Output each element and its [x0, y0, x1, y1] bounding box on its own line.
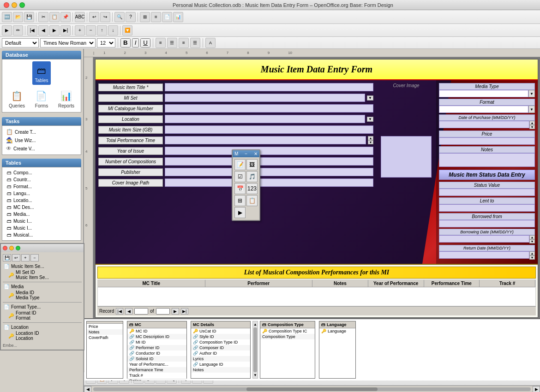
nav-last-btn[interactable]: ▶| [181, 308, 188, 315]
sw-item-media-id[interactable]: 🔑 Media IDMedia Type [3, 290, 82, 301]
float-panel-close-icon[interactable]: ✕ [254, 151, 258, 156]
form-icon[interactable]: 📄 [162, 12, 172, 22]
scroll-right-btn[interactable]: ▶ [533, 386, 540, 392]
sw-item-location-id[interactable]: 🔑 Location IDLocation [3, 330, 82, 341]
borrowing-date-spinner[interactable]: ▲ ▼ [529, 235, 535, 244]
year-issue-input[interactable] [165, 147, 373, 155]
italic-button[interactable]: I [132, 38, 139, 48]
nav-next-icon[interactable]: ▶ [49, 25, 60, 36]
underline-button[interactable]: U [140, 38, 150, 48]
mi-catalogue-input[interactable] [165, 104, 373, 113]
location-input[interactable] [165, 115, 365, 123]
music-item-title-input[interactable] [165, 83, 373, 91]
price-input[interactable] [439, 137, 535, 145]
help-icon[interactable]: ? [126, 12, 136, 22]
status-value-input[interactable] [439, 189, 535, 196]
fp-btn-3[interactable]: ☑ [234, 171, 246, 182]
table-item[interactable]: 🗃 Countr... [4, 176, 79, 183]
delete-record-icon[interactable]: − [86, 25, 96, 36]
fp-btn-6[interactable]: 123 [246, 183, 258, 194]
sw-min-btn[interactable] [9, 246, 14, 250]
forms-nav-item[interactable]: 📄 Forms [32, 87, 51, 110]
publisher-input[interactable] [165, 168, 373, 176]
cut-icon[interactable]: ✂ [38, 12, 48, 22]
table-item[interactable]: 🗃 Music I... [4, 218, 79, 225]
minimize-button[interactable] [12, 2, 17, 8]
style-select[interactable]: Default [2, 38, 39, 48]
open-icon[interactable]: 📂 [13, 12, 23, 22]
report-icon[interactable]: 📊 [173, 12, 183, 22]
num-compositions-input[interactable] [165, 157, 373, 166]
form-mode-icon[interactable]: ▶ [2, 25, 12, 36]
sort-desc-icon[interactable]: ↓ [108, 25, 118, 36]
maximize-button[interactable] [19, 2, 25, 8]
return-date-input[interactable] [439, 251, 529, 259]
window-controls[interactable] [4, 2, 25, 8]
fp-btn-1[interactable]: 📝 [234, 159, 246, 170]
sw-max-btn[interactable] [16, 246, 20, 250]
table-item[interactable]: 🗃 Format... [4, 183, 79, 190]
cover-path-input[interactable] [165, 178, 373, 187]
fp-btn-4[interactable]: 🎵 [246, 171, 258, 182]
create-view-task[interactable]: 👁 Create V... [4, 144, 79, 153]
media-type-combo[interactable] [439, 90, 528, 97]
sw-add-icon[interactable]: + [21, 254, 30, 261]
nav-prev-btn[interactable]: ◀ [125, 308, 132, 315]
return-date-spinner[interactable]: ▲ ▼ [529, 251, 535, 260]
size-select[interactable]: 12 [97, 38, 115, 48]
fp-btn-5[interactable]: 📅 [234, 183, 246, 194]
h-scrollbar[interactable]: ◀ ▶ [84, 386, 540, 392]
close-button[interactable] [4, 2, 9, 8]
record-total-input[interactable] [156, 308, 170, 315]
sw-item-music-item-se[interactable]: 📄 Music Item Se... [3, 263, 82, 269]
table-item[interactable]: 🗃 Media... [4, 211, 79, 218]
undo-icon[interactable]: ↩ [89, 12, 99, 22]
nav-prev-icon[interactable]: ◀ [38, 25, 48, 36]
nav-first-btn[interactable]: |◀ [116, 308, 123, 315]
float-panel-header[interactable]: M − ✕ [233, 150, 259, 157]
table-icon[interactable]: ⊞ [140, 12, 150, 22]
filter-icon[interactable]: 🔽 [122, 25, 132, 36]
sw-item-media[interactable]: 📄 Media [3, 284, 82, 290]
format-combo[interactable] [439, 106, 528, 113]
sw-item-mi-set-id[interactable]: 🔑 MI Set IDMusic Item Se... [3, 269, 82, 280]
nav-next-btn[interactable]: ▶ [172, 308, 179, 315]
queries-nav-item[interactable]: 📋 Queries [7, 87, 27, 110]
add-record-icon[interactable]: + [75, 25, 85, 36]
copy-icon[interactable]: 📋 [49, 12, 60, 22]
find-icon[interactable]: 🔍 [114, 12, 125, 22]
format-arrow[interactable]: ▼ [528, 106, 535, 113]
fp-btn-8[interactable]: 📋 [246, 195, 258, 206]
design-mode-icon[interactable]: ✏ [13, 25, 23, 36]
paste-icon[interactable]: 📌 [60, 12, 71, 22]
sw-del-icon[interactable]: − [30, 254, 39, 261]
location-dropdown[interactable]: ▼ [367, 117, 373, 122]
sort-asc-icon[interactable]: ↑ [97, 25, 107, 36]
record-number-input[interactable] [134, 308, 148, 315]
nav-last-icon[interactable]: ▶| [60, 25, 71, 36]
scroll-thumb[interactable] [246, 387, 378, 391]
notes-input[interactable] [439, 153, 535, 167]
save-icon[interactable]: 💾 [24, 12, 34, 22]
lent-to-input[interactable] [439, 204, 535, 212]
font-select[interactable]: Times New Roman [40, 38, 96, 48]
spell-icon[interactable]: ABC [75, 12, 85, 22]
query-icon[interactable]: ≡ [151, 12, 161, 22]
align-right-icon[interactable]: ≡ [179, 38, 189, 48]
align-left-icon[interactable]: ≡ [156, 38, 166, 48]
align-justify-icon[interactable]: ☰ [190, 38, 200, 48]
fp-btn-9[interactable]: ▶ [234, 207, 246, 218]
sw-save-icon[interactable]: 💾 [3, 254, 11, 261]
nav-first-icon[interactable]: |◀ [27, 25, 37, 36]
new-icon[interactable]: 🆕 [2, 12, 12, 22]
table-item[interactable]: 🗃 Compo... [4, 169, 79, 176]
redo-icon[interactable]: ↪ [100, 12, 110, 22]
sw-close-btn[interactable] [3, 246, 7, 250]
bold-button[interactable]: B [120, 38, 131, 48]
fp-btn-2[interactable]: 🖼 [246, 159, 258, 170]
date-purchase-input[interactable] [439, 121, 529, 128]
table-item[interactable]: 🗃 Locatio... [4, 197, 79, 204]
table-item[interactable]: 🗃 Langu... [4, 190, 79, 197]
tables-nav-item[interactable]: 🗃 Tables [32, 61, 51, 85]
sw-nav-icon[interactable]: ↩ [12, 254, 20, 261]
